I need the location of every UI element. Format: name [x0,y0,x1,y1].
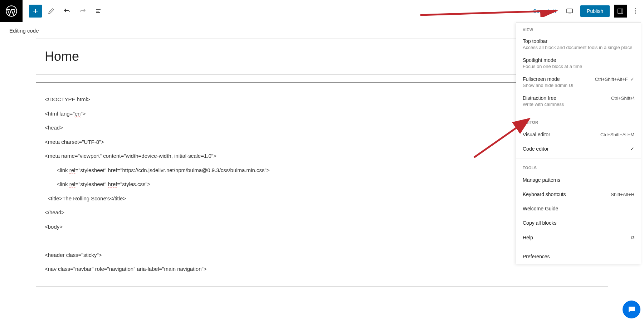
code-line: <nav class="navbar" role="navigation" ar… [45,266,207,272]
sidebar-icon [617,8,624,15]
menu-shortcut: Ctrl+Shift+\ [611,96,634,101]
editing-label: Editing code [9,28,39,34]
menu-item-top-toolbar[interactable]: Top toolbar Access all block and documen… [516,35,641,54]
redo-icon [79,8,86,15]
pencil-icon [48,8,55,15]
code-line: <meta name="viewport" content="width=dev… [45,153,216,159]
save-draft-button[interactable]: Save draft [530,5,559,17]
wordpress-icon [6,5,17,17]
section-label-tools: TOOLS [516,161,641,173]
code-line: <head> [45,125,63,131]
menu-item-code-editor[interactable]: Code editor ✓ [516,142,641,156]
menu-item-keyboard-shortcuts[interactable]: Keyboard shortcuts Shift+Alt+H [516,187,641,201]
dot-icon [635,8,636,9]
code-line: <meta charset="UTF-8"> [45,139,104,145]
code-line: <link rel="stylesheet" href="styles.css"… [45,181,151,187]
menu-item-distraction-free[interactable]: Distraction free Ctrl+Shift+\ Write with… [516,92,641,111]
toolbar-right: Save draft Publish [530,5,644,18]
menu-item-help[interactable]: Help ⧉ [516,230,641,245]
section-label-view: VIEW [516,23,641,35]
menu-shortcut: Ctrl+Shift+Alt+F ✓ [595,77,634,82]
code-line: <link rel="stylesheet" href="https://cdn… [45,167,269,173]
menu-item-title: Code editor [523,146,548,152]
section-label-editor: EDITOR [516,115,641,127]
menu-item-title: Distraction free [523,95,556,101]
undo-icon [63,8,70,15]
menu-item-fullscreen[interactable]: Fullscreen mode Ctrl+Shift+Alt+F ✓ Show … [516,73,641,92]
menu-item-desc: Show and hide admin UI [523,83,634,88]
external-link-icon: ⧉ [631,234,634,240]
options-dropdown-menu: VIEW Top toolbar Access all block and do… [516,22,641,264]
desktop-icon [566,7,574,15]
add-block-button[interactable] [29,5,42,18]
code-line: <body> [45,224,63,230]
menu-item-welcome-guide[interactable]: Welcome Guide [516,201,641,216]
settings-sidebar-button[interactable] [614,5,627,18]
chat-icon [627,305,636,314]
menu-item-preferences[interactable]: Preferences [516,249,641,264]
dot-icon [635,13,636,14]
redo-button[interactable] [76,5,89,18]
menu-item-manage-patterns[interactable]: Manage patterns [516,173,641,187]
code-line: <title>The Rolling Scone's</title> [45,195,126,201]
menu-item-title: Keyboard shortcuts [523,191,566,197]
menu-item-desc: Access all block and document tools in a… [523,45,634,50]
menu-item-desc: Focus on one block at a time [523,64,634,69]
chat-widget-button[interactable] [623,301,640,318]
check-icon: ✓ [630,146,634,152]
code-line: </head> [45,209,64,215]
wordpress-logo[interactable] [0,0,23,22]
undo-button[interactable] [60,5,73,18]
list-icon [95,8,102,15]
menu-item-title: Fullscreen mode [523,76,560,82]
menu-item-title: Top toolbar [523,38,634,44]
edit-tool-button[interactable] [45,5,58,18]
menu-item-desc: Write with calmness [523,102,634,107]
code-line: <!DOCTYPE html> [45,96,90,102]
plus-icon [32,8,39,15]
menu-item-title: Visual editor [523,132,550,137]
preview-button[interactable] [563,5,576,18]
menu-shortcut: Ctrl+Shift+Alt+M [600,132,634,137]
menu-item-title: Spotlight mode [523,57,634,63]
publish-button[interactable]: Publish [580,5,610,17]
menu-item-spotlight[interactable]: Spotlight mode Focus on one block at a t… [516,54,641,73]
code-line: <html lang="en"> [45,111,86,117]
svg-rect-2 [618,9,623,13]
editor-topbar: Save draft Publish [0,0,644,22]
toolbar-left [23,5,111,18]
code-line: <header class="sticky"> [45,252,102,258]
options-menu-button[interactable] [631,5,640,16]
menu-item-copy-blocks[interactable]: Copy all blocks [516,216,641,230]
dot-icon [635,10,636,11]
document-overview-button[interactable] [92,5,105,18]
menu-shortcut: Shift+Alt+H [611,192,634,197]
menu-item-visual-editor[interactable]: Visual editor Ctrl+Shift+Alt+M [516,127,641,142]
svg-rect-1 [567,9,572,13]
